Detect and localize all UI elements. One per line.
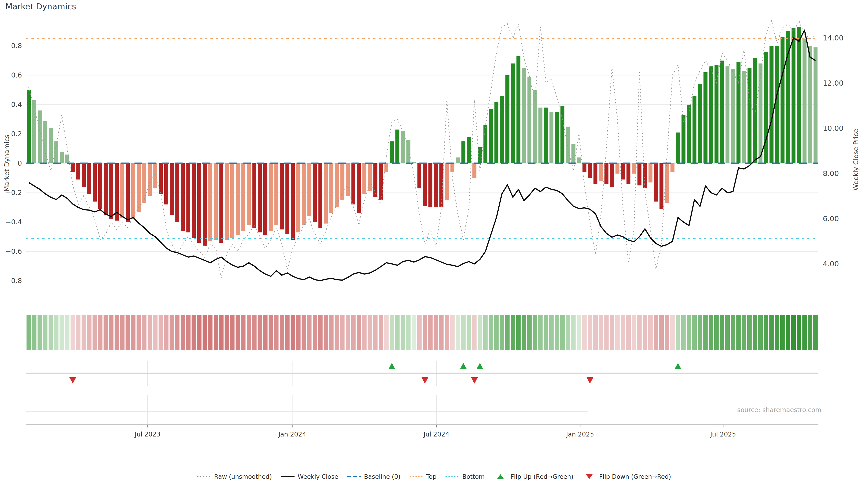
heatmap-cell [412,315,416,350]
dynamics-bar [494,102,498,163]
dynamics-bar [170,163,174,215]
dynamics-bar [764,52,768,163]
heatmap-cell [335,315,339,350]
dynamics-bar [451,163,455,172]
dynamics-bar [280,163,284,230]
dynamics-bar [274,163,278,225]
heatmap-cell [49,315,53,350]
flip-up-marker [460,363,467,369]
heatmap-cell [582,315,587,350]
heatmap-cell [450,315,455,350]
heatmap-cell [70,315,75,350]
dynamics-bar [775,46,779,163]
heatmap-cell [439,315,443,350]
dynamics-bar [269,163,273,231]
y-tick-labels-right: 14.0012.0010.008.006.004.00 [823,34,844,268]
flip-up-marker [389,363,395,369]
heatmap-cell [26,315,31,350]
heatmap-cell [274,315,278,350]
dynamics-bar [362,163,366,194]
legend-item: Top [409,473,437,480]
heatmap-cell [93,315,97,350]
dynamics-bar [517,56,521,164]
heatmap-cell [753,315,757,350]
heatmap-cell [769,315,774,350]
dynamics-bar [731,69,735,163]
dynamics-bar [302,163,306,225]
heatmap-cell [747,315,752,350]
heatmap-cell [467,315,471,350]
heatmap-cell [742,315,746,350]
dynamics-bar [671,163,675,172]
heatmap-cell [65,315,69,350]
heatmap-cell [192,315,196,350]
chart-title: Market Dynamics [5,2,76,11]
heatmap-cell [456,315,460,350]
dynamics-bar [318,163,322,228]
dynamics-bar [197,163,202,242]
heatmap-cell [505,315,509,350]
dynamics-bar [626,163,630,184]
heatmap-cell [395,315,399,350]
dynamics-bar [324,163,328,224]
dynamics-bar [434,163,438,207]
heatmap-cell [472,315,476,350]
heatmap-cell [329,315,333,350]
dynamics-bar [373,163,377,197]
legend-item: Bottom [445,473,485,480]
triangle-down-icon [582,474,596,480]
dynamics-bar [247,163,251,225]
dynamics-bar [632,163,636,174]
heatmap-cell [98,315,102,350]
heatmap-cell [103,315,108,350]
heatmap-cell [269,315,273,350]
dynamics-bar [489,109,493,164]
dynamics-bar [659,163,664,209]
heatmap-cell [175,315,180,350]
heatmap-cell [258,315,262,350]
heatmap-cell [417,315,422,350]
legend-item: Baseline (0) [347,473,400,480]
heatmap-cell [82,315,86,350]
flip-down-marker [69,377,76,384]
heatmap-cell [538,315,542,350]
heatmap-cell [516,315,521,350]
dynamics-bar [621,163,625,180]
y-axis-right-label: Weekly Close Price [852,103,860,216]
heatmap-cell [169,315,174,350]
heatmap-cell [401,315,405,350]
dynamics-bar [428,163,432,207]
heatmap-cell [665,315,669,350]
dynamics-bar [484,125,488,163]
heatmap-cell [560,315,564,350]
heatmap-cell [681,315,686,350]
svg-text:Jul 2023: Jul 2023 [134,431,160,438]
heatmap-cell [43,315,47,350]
heatmap-cell [654,315,658,350]
legend-label: Bottom [462,473,485,480]
dynamics-bar [203,163,207,246]
heatmap-cell [714,315,719,350]
dynamics-bar [264,163,268,235]
heatmap-cell [390,315,394,350]
legend-label: Flip Down (Green→Red) [599,473,671,480]
heatmap-cell [544,315,548,350]
heatmap-cell [384,315,389,350]
heatmap-cell [203,315,207,350]
heatmap-cell [318,315,322,350]
dynamics-bar [76,163,80,180]
dynamics-bar [654,163,658,201]
flip-down-marker [587,377,593,384]
heatmap-cell [489,315,493,350]
dynamics-bar [560,106,564,164]
dynamics-bar [538,107,542,163]
heatmap-cell [692,315,697,350]
legend: Raw (unsmoothed)Weekly CloseBaseline (0)… [0,473,868,480]
svg-text:0.2: 0.2 [11,130,22,138]
dynamics-bar [153,163,157,188]
heatmap-cell [225,315,229,350]
heatmap-cell [566,315,570,350]
dynamics-bar [550,112,554,164]
heatmap-cell [142,315,147,350]
svg-text:Jul 2024: Jul 2024 [423,431,450,438]
